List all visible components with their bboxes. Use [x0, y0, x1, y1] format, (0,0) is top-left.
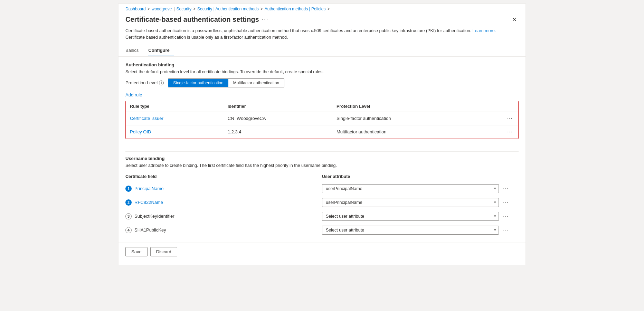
section-divider — [125, 151, 519, 152]
field-number-1: 1 — [125, 186, 132, 192]
col-cert-field: Certificate field — [125, 172, 322, 182]
binding-more-button-3[interactable]: ··· — [502, 226, 510, 234]
rules-table-wrapper: Rule type Identifier Protection Level Ce… — [125, 101, 519, 139]
col-action — [499, 172, 519, 182]
field-number-2: 2 — [125, 199, 132, 206]
tab-configure[interactable]: Configure — [148, 45, 173, 56]
close-button[interactable]: ✕ — [510, 15, 519, 24]
field-number-4: 4 — [125, 227, 132, 233]
row-actions-cell: ··· — [479, 125, 518, 139]
save-button[interactable]: Save — [125, 247, 148, 256]
table-row: Policy OID 1.2.3.4 Multifactor authentic… — [126, 125, 518, 139]
add-rule-link[interactable]: Add rule — [125, 92, 142, 97]
protection-level-info-icon[interactable]: i — [159, 81, 164, 85]
list-item: 3 SubjectKeyIdentifier Select user attri… — [125, 209, 519, 223]
binding-actions-cell: ··· — [499, 196, 519, 209]
row-more-button[interactable]: ··· — [506, 115, 514, 122]
protection-level-toggle[interactable]: Single-factor authentication Multifactor… — [168, 78, 284, 87]
list-item: 4 SHA1PublicKey Select user attribute us… — [125, 223, 519, 237]
cert-field-cell: 1 PrincipalName — [125, 182, 322, 196]
user-attr-cell[interactable]: userPrincipalName userPrincipalName onPr… — [322, 196, 499, 209]
learn-more-link[interactable]: Learn more. — [473, 28, 496, 33]
cert-field-cell: 2 RFC822Name — [125, 196, 322, 209]
breadcrumb-security-auth[interactable]: Security | Authentication methods — [197, 7, 259, 11]
binding-more-button-1[interactable]: ··· — [502, 199, 510, 206]
panel-header: Certificate-based authentication setting… — [119, 13, 525, 28]
discard-button[interactable]: Discard — [150, 247, 177, 256]
tab-basics[interactable]: Basics — [125, 45, 143, 56]
protection-level-cell: Multifactor authentication — [332, 125, 479, 139]
binding-more-button-2[interactable]: ··· — [502, 213, 510, 220]
list-item: 2 RFC822Name userPrincipalName userPrinc… — [125, 196, 519, 209]
binding-actions-cell: ··· — [499, 182, 519, 196]
cert-field-cell: 4 SHA1PublicKey — [125, 223, 322, 237]
field-name-2: SubjectKeyIdentifier — [134, 214, 174, 219]
binding-actions-cell: ··· — [499, 209, 519, 223]
binding-table: Certificate field User attribute 1 Princ… — [125, 172, 519, 237]
row-actions-cell: ··· — [479, 112, 518, 125]
breadcrumb-woodgrove[interactable]: woodgrove — [152, 7, 172, 11]
col-user-attr: User attribute — [322, 172, 499, 182]
auth-binding-title: Authentication binding — [125, 62, 519, 67]
col-protection-level: Protection Level — [332, 101, 479, 112]
panel-footer: Save Discard — [119, 243, 525, 258]
username-binding-title: Username binding — [125, 156, 519, 161]
cert-field-cell: 3 SubjectKeyIdentifier — [125, 209, 322, 223]
field-name-3: SHA1PublicKey — [134, 227, 166, 233]
binding-actions-cell: ··· — [499, 223, 519, 237]
protection-level-row: Protection Level i Single-factor authent… — [125, 78, 519, 87]
user-attr-select-3[interactable]: Select user attribute userPrincipalName … — [322, 226, 499, 235]
protection-level-label: Protection Level — [125, 80, 158, 85]
user-attr-select-1[interactable]: userPrincipalName userPrincipalName onPr… — [322, 198, 499, 207]
col-actions-header — [479, 101, 518, 112]
user-attr-select-0[interactable]: userPrincipalName userPrincipalName onPr… — [322, 184, 499, 193]
breadcrumb-security[interactable]: Security — [177, 7, 191, 11]
table-row: Certificate issuer CN=WoodgroveCA Single… — [126, 112, 518, 125]
binding-table-header-row: Certificate field User attribute — [125, 172, 519, 182]
username-binding-desc: Select user attribute to create binding.… — [125, 163, 519, 168]
list-item: 1 PrincipalName userPrincipalName userPr… — [125, 182, 519, 196]
toggle-single-factor[interactable]: Single-factor authentication — [168, 79, 228, 87]
field-name-1[interactable]: RFC822Name — [134, 200, 163, 205]
more-options-icon[interactable]: ··· — [262, 17, 268, 23]
auth-binding-section: Authentication binding Select the defaul… — [119, 62, 525, 151]
tab-bar: Basics Configure — [119, 45, 525, 57]
user-attr-select-2[interactable]: Select user attribute userPrincipalName … — [322, 212, 499, 221]
rules-table-header-row: Rule type Identifier Protection Level — [126, 101, 518, 112]
col-rule-type: Rule type — [126, 101, 224, 112]
rule-type-cell: Certificate issuer — [126, 112, 224, 125]
field-number-3: 3 — [125, 213, 132, 219]
breadcrumb-dashboard[interactable]: Dashboard — [125, 7, 146, 11]
breadcrumb: Dashboard > woodgrove | Security > Secur… — [119, 4, 525, 13]
auth-binding-desc: Select the default protection level for … — [125, 69, 519, 74]
identifier-cell: 1.2.3.4 — [224, 125, 332, 139]
col-identifier: Identifier — [224, 101, 332, 112]
page-title: Certificate-based authentication setting… — [125, 16, 259, 23]
toggle-multifactor[interactable]: Multifactor authentication — [228, 79, 284, 87]
breadcrumb-auth-policies[interactable]: Authentication methods | Policies — [265, 7, 326, 11]
row-more-button[interactable]: ··· — [506, 128, 514, 136]
username-binding-section: Username binding Select user attribute t… — [119, 156, 525, 243]
protection-level-cell: Single-factor authentication — [332, 112, 479, 125]
user-attr-cell[interactable]: Select user attribute userPrincipalName … — [322, 209, 499, 223]
user-attr-cell[interactable]: userPrincipalName userPrincipalName onPr… — [322, 182, 499, 196]
rules-table: Rule type Identifier Protection Level Ce… — [126, 101, 518, 139]
binding-more-button-0[interactable]: ··· — [502, 185, 510, 192]
user-attr-cell[interactable]: Select user attribute userPrincipalName … — [322, 223, 499, 237]
identifier-cell: CN=WoodgroveCA — [224, 112, 332, 125]
description-text: Certificate-based authentication is a pa… — [119, 28, 525, 45]
field-name-0[interactable]: PrincipalName — [134, 186, 164, 191]
rule-type-cell: Policy OID — [126, 125, 224, 139]
